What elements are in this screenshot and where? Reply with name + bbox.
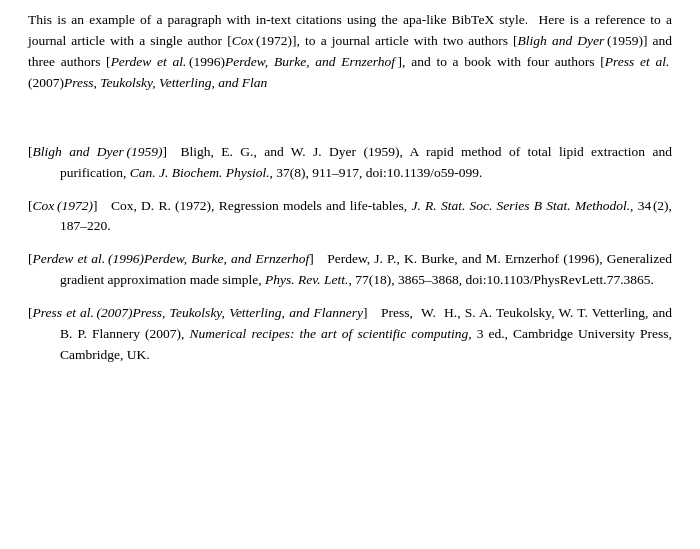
ref-entry-bligh: [Bligh and Dyer (1959)] Bligh, E. G., an… (28, 142, 672, 184)
paragraph-section: This is an example of a paragraph with i… (28, 10, 672, 94)
ref-entry-cox: [Cox (1972)] Cox, D. R. (1972), Regressi… (28, 196, 672, 238)
ref-entry-press: [Press et al. (2007)Press, Teukolsky, Ve… (28, 303, 672, 366)
paragraph-text: This is an example of a paragraph with i… (28, 12, 672, 90)
ref-key-perdew: Perdew et al. (1996)Perdew, Burke, and E… (33, 251, 310, 266)
references-section: [Bligh and Dyer (1959)] Bligh, E. G., an… (28, 142, 672, 366)
ref-key-bligh: Bligh and Dyer (1959) (33, 144, 163, 159)
ref-entry-perdew: [Perdew et al. (1996)Perdew, Burke, and … (28, 249, 672, 291)
ref-key-press: Press et al. (2007)Press, Teukolsky, Vet… (33, 305, 364, 320)
ref-key-cox: Cox (1972) (33, 198, 93, 213)
